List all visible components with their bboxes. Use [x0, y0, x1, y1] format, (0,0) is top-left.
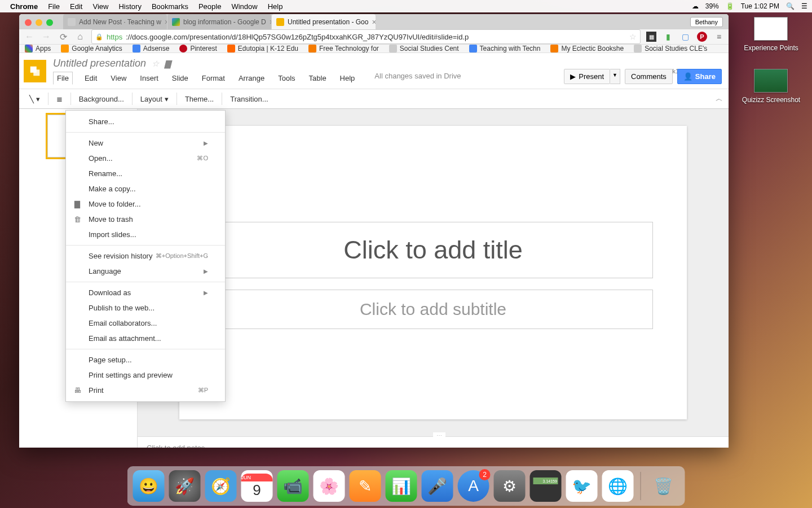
spotlight-icon[interactable]: 🔍 [786, 2, 795, 10]
dock-pages[interactable]: ✎ [350, 470, 381, 502]
menu-revision-history[interactable]: See revision history⌘+Option+Shift+G [66, 248, 225, 264]
minimize-window-icon[interactable] [36, 19, 42, 26]
dock-trash[interactable]: 🗑️ [648, 470, 679, 502]
bookmark-item[interactable]: Edutopia | K-12 Edu [227, 45, 298, 52]
present-button[interactable]: ▶Present [564, 69, 610, 84]
menu-new[interactable]: New▶ [66, 135, 225, 151]
menu-import-slides[interactable]: Import slides... [66, 227, 225, 242]
mac-menu-file[interactable]: File [48, 2, 60, 11]
bookmark-star-icon[interactable]: ☆ [629, 32, 637, 41]
ext-icon[interactable]: ▦ [646, 32, 656, 42]
dock-launchpad[interactable]: 🚀 [169, 470, 201, 502]
title-placeholder[interactable]: Click to add title [213, 222, 653, 278]
desktop-icon-exp-points[interactable]: Experience Points [744, 17, 798, 52]
battery-percent: 39% [705, 2, 719, 10]
dock-calendar[interactable]: JUN9 [241, 470, 273, 502]
folder-icon[interactable]: ▇ [165, 59, 171, 68]
maximize-window-icon[interactable] [46, 19, 53, 26]
slide[interactable]: Click to add title Click to add subtitle [179, 126, 687, 419]
mac-menu-help[interactable]: Help [268, 2, 283, 11]
browser-tab[interactable]: Add New Post · Teaching w × [63, 14, 167, 29]
bookmark-label: Social Studies CLE's [645, 45, 707, 52]
line-tool-icon[interactable]: ╲ ▾ [25, 93, 45, 106]
theme-button[interactable]: Theme... [180, 93, 218, 106]
ext-icon[interactable]: ▢ [680, 32, 690, 42]
dock-chrome[interactable]: 🌐 [602, 470, 634, 502]
tab-close-icon[interactable]: × [165, 17, 167, 27]
menu-make-copy[interactable]: Make a copy... [66, 181, 225, 196]
bookmark-item[interactable]: Adsense [133, 45, 170, 52]
notifications-icon[interactable]: ☰ [801, 2, 807, 10]
chrome-profile-button[interactable]: Bethany [690, 17, 723, 27]
menu-share[interactable]: Share... [66, 114, 225, 129]
tab-close-icon[interactable]: × [270, 17, 271, 27]
mac-menu-edit[interactable]: Edit [70, 2, 82, 11]
menu-download-as[interactable]: Download as▶ [66, 285, 225, 300]
menu-open[interactable]: Open...⌘O [66, 151, 225, 166]
bookmark-item[interactable]: Teaching with Techn [469, 45, 541, 52]
menu-print-settings[interactable]: Print settings and preview [66, 367, 225, 383]
subtitle-placeholder[interactable]: Click to add subtitle [213, 290, 653, 329]
dock-finder[interactable]: 😀 [133, 470, 165, 502]
star-icon[interactable]: ☆ [152, 59, 159, 69]
menu-email-attachment[interactable]: Email as attachment... [66, 331, 225, 346]
mac-menu-window[interactable]: Window [231, 2, 257, 11]
forward-icon[interactable]: → [41, 32, 52, 42]
bookmark-item[interactable]: Social Studies Cent [389, 45, 459, 52]
reload-icon[interactable]: ⟳ [58, 32, 69, 42]
background-button[interactable]: Background... [74, 93, 129, 106]
browser-tab-active[interactable]: Untitled presentation - Goo × [272, 14, 376, 29]
present-dropdown[interactable]: ▼ [610, 69, 620, 84]
close-window-icon[interactable] [25, 19, 32, 26]
clock[interactable]: Tue 1:02 PM [741, 2, 779, 10]
menu-file[interactable]: File [53, 72, 73, 85]
bookmark-item[interactable]: Google Analytics [61, 45, 122, 52]
menu-move-trash[interactable]: 🗑Move to trash [66, 212, 225, 227]
menu-publish-web[interactable]: Publish to the web... [66, 300, 225, 316]
bookmark-item[interactable]: Pinterest [179, 45, 217, 52]
document-title[interactable]: Untitled presentation [53, 58, 146, 69]
collapse-toolbar-icon[interactable]: ︿ [716, 94, 723, 104]
back-icon[interactable]: ← [24, 32, 35, 42]
bookmark-item[interactable]: My Eclectic Bookshe [550, 45, 624, 52]
menu-rename[interactable]: Rename... [66, 166, 225, 181]
pinterest-ext-icon[interactable]: P [697, 32, 707, 42]
dock-photos[interactable]: 🌸 [314, 470, 345, 502]
home-icon[interactable]: ⌂ [74, 32, 86, 42]
align-icon[interactable]: ≣ [52, 93, 67, 106]
omnibox[interactable]: 🔒 https://docs.google.com/presentation/d… [91, 29, 641, 44]
lock-icon: 🔒 [95, 33, 103, 41]
tab-close-icon[interactable]: × [372, 17, 376, 27]
menu-move-folder[interactable]: ▇Move to folder... [66, 196, 225, 212]
mac-menu-bookmarks[interactable]: Bookmarks [152, 2, 188, 11]
menu-page-setup[interactable]: Page setup... [66, 352, 225, 367]
comments-button[interactable]: Comments [625, 69, 673, 84]
dock-twitter[interactable]: 🐦 [566, 470, 598, 502]
layout-button[interactable]: Layout ▾ [136, 93, 173, 106]
dock-appstore[interactable]: A2 [458, 470, 489, 502]
dock-calculator[interactable]: 3.14159 [530, 470, 562, 502]
chrome-menu-icon[interactable]: ≡ [714, 32, 724, 42]
desktop-icon-quizizz[interactable]: Quizizz Screenshot [742, 69, 800, 104]
bookmark-item[interactable]: Social Studies CLE's [634, 45, 707, 52]
share-button[interactable]: 👤Share [677, 69, 722, 84]
menu-email-collaborators[interactable]: Email collaborators... [66, 316, 225, 331]
menu-language[interactable]: Language▶ [66, 264, 225, 279]
dock-facetime[interactable]: 📹 [277, 470, 309, 502]
browser-tab[interactable]: blog information - Google D × [167, 14, 271, 29]
bookmark-apps[interactable]: Apps [25, 45, 51, 52]
transition-button[interactable]: Transition... [226, 93, 272, 106]
mac-menu-history[interactable]: History [118, 2, 141, 11]
cloud-icon[interactable]: ☁ [692, 2, 699, 10]
dock-numbers[interactable]: 📊 [386, 470, 417, 502]
ext-icon[interactable]: ▮ [663, 32, 673, 42]
dock-keynote[interactable]: 🎤 [422, 470, 453, 502]
bookmark-item[interactable]: Free Technology for [308, 45, 379, 52]
menu-print[interactable]: 🖶Print⌘P [66, 383, 225, 398]
speaker-notes[interactable]: Click to add notes [138, 436, 729, 448]
mac-app-name[interactable]: Chrome [10, 2, 38, 11]
dock-safari[interactable]: 🧭 [205, 470, 237, 502]
mac-menu-view[interactable]: View [92, 2, 108, 11]
dock-system-preferences[interactable]: ⚙ [494, 470, 526, 502]
mac-menu-people[interactable]: People [198, 2, 221, 11]
